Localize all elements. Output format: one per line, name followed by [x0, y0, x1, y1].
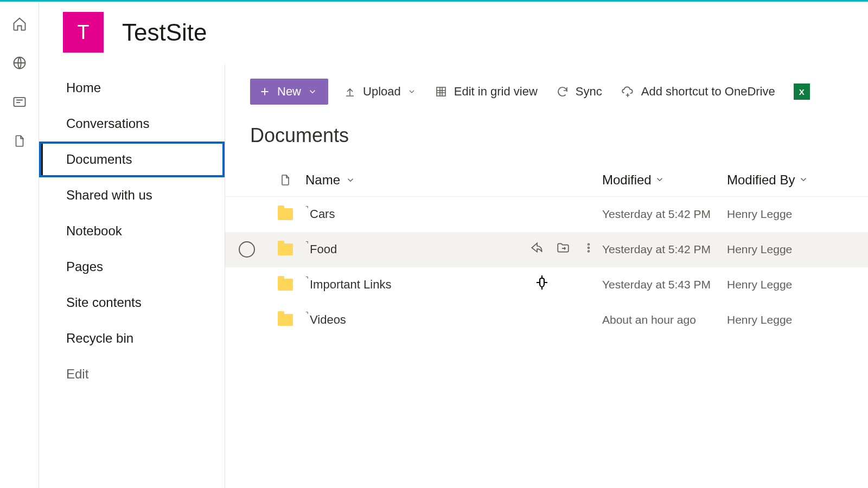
nav-edit-link[interactable]: Edit [39, 356, 225, 392]
export-excel-button[interactable]: X [790, 79, 813, 105]
table-row[interactable]: ⌝Videos About an hour ago Henry Legge [225, 303, 868, 338]
name-column-header[interactable]: Name [302, 172, 510, 188]
modified-column-header[interactable]: Modified [602, 172, 727, 188]
nav-item-pages[interactable]: Pages [39, 249, 225, 285]
site-logo-letter: T [78, 21, 90, 44]
nav-item-conversations[interactable]: Conversations [39, 106, 225, 142]
chevron-down-icon [346, 175, 355, 185]
table-row[interactable]: ⌝Food Yesterday at 5:42 PM Henry Legge [225, 232, 868, 267]
document-list: Name Modified Modified By [225, 163, 868, 338]
nav-item-home[interactable]: Home [39, 70, 225, 106]
list-header: Name Modified Modified By [225, 163, 868, 197]
folder-icon [278, 243, 293, 255]
nav-item-site-contents[interactable]: Site contents [39, 285, 225, 320]
edit-grid-button[interactable]: Edit in grid view [431, 79, 541, 105]
main-content: New Upload Edit in grid view Sync [225, 65, 868, 488]
page-title: Documents [225, 108, 868, 163]
svg-point-5 [588, 251, 590, 252]
sync-button[interactable]: Sync [553, 79, 605, 105]
nav-item-recycle-bin[interactable]: Recycle bin [39, 320, 225, 356]
svg-rect-2 [437, 87, 445, 96]
nav-item-notebook[interactable]: Notebook [39, 213, 225, 249]
nav-item-shared[interactable]: Shared with us [39, 177, 225, 213]
folder-name-link[interactable]: ⌝Videos [305, 313, 346, 327]
link-icon: ⌝ [305, 311, 309, 318]
site-title[interactable]: TestSite [122, 19, 207, 46]
new-button[interactable]: New [250, 79, 328, 105]
folder-name-link[interactable]: ⌝Important Links [305, 278, 391, 292]
table-row[interactable]: ⌝Important Links Yesterday at 5:43 PM He… [225, 267, 868, 303]
move-icon[interactable] [556, 241, 571, 258]
link-icon: ⌝ [305, 240, 309, 248]
add-shortcut-button[interactable]: Add shortcut to OneDrive [617, 79, 778, 105]
svg-rect-1 [14, 98, 25, 106]
chevron-down-icon [799, 175, 808, 184]
modifiedby-column-header[interactable]: Modified By [727, 172, 868, 188]
folder-name-link[interactable]: ⌝Food [305, 242, 337, 256]
excel-icon: X [794, 84, 810, 100]
folder-icon [278, 279, 293, 291]
new-button-label: New [277, 85, 301, 99]
folder-name-link[interactable]: ⌝Cars [305, 207, 335, 221]
folder-icon [278, 314, 293, 326]
command-bar: New Upload Edit in grid view Sync [225, 75, 868, 108]
left-nav: Home Conversations Documents Shared with… [39, 65, 225, 488]
type-column-header[interactable] [269, 172, 302, 188]
share-icon[interactable] [529, 241, 544, 258]
chevron-down-icon [655, 175, 665, 184]
svg-point-4 [588, 247, 590, 249]
app-rail [0, 0, 39, 488]
upload-button[interactable]: Upload [340, 79, 419, 105]
news-icon[interactable] [12, 94, 27, 110]
svg-point-3 [588, 243, 590, 245]
file-icon[interactable] [12, 133, 27, 149]
table-row[interactable]: ⌝Cars Yesterday at 5:42 PM Henry Legge [225, 197, 868, 232]
site-logo[interactable]: T [63, 12, 104, 53]
link-icon: ⌝ [305, 275, 309, 283]
nav-item-documents[interactable]: Documents [39, 142, 225, 177]
top-accent [0, 0, 868, 2]
globe-icon[interactable] [12, 55, 27, 70]
home-icon[interactable] [12, 16, 27, 31]
link-icon: ⌝ [305, 205, 309, 213]
folder-icon [278, 208, 293, 220]
site-header: T TestSite [39, 0, 868, 65]
more-icon[interactable] [583, 241, 595, 258]
row-select-checkbox[interactable] [239, 241, 255, 258]
